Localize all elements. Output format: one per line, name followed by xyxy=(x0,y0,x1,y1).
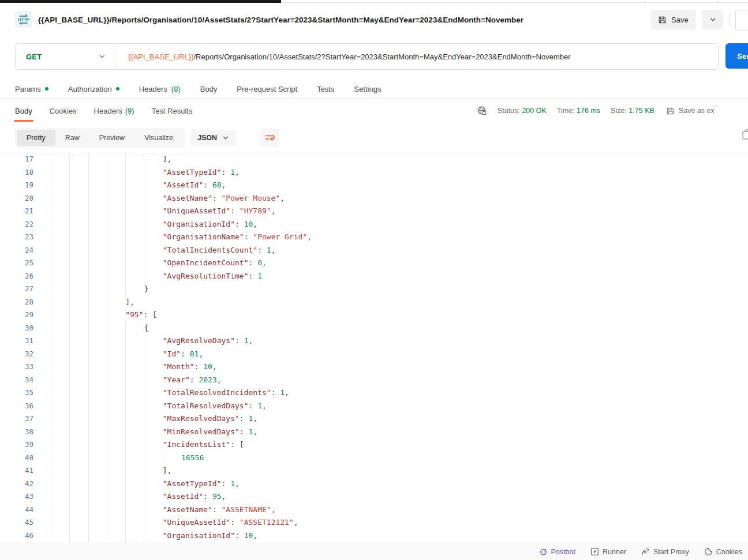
indent-guide xyxy=(51,166,69,179)
request-tab-headers[interactable]: Headers(8) xyxy=(139,85,181,93)
indent-guide xyxy=(69,309,88,322)
code-line: 39 "IncidentsList": [ xyxy=(0,438,748,452)
response-bar: BodyCookiesHeaders(9)Test Results Status… xyxy=(0,99,748,122)
indent-guide xyxy=(88,374,107,387)
indent-guide xyxy=(88,516,107,529)
indent-guide xyxy=(144,412,162,426)
share-button-partial[interactable] xyxy=(735,10,748,31)
indent-guide xyxy=(107,400,125,413)
response-tab-headers[interactable]: Headers(9) xyxy=(94,99,134,122)
indent-guide xyxy=(88,192,107,205)
indent-guide xyxy=(51,270,69,283)
save-options-button[interactable] xyxy=(702,10,723,29)
indent-guide xyxy=(51,503,69,517)
indent-guide xyxy=(88,478,107,491)
indent-guide xyxy=(51,205,69,218)
indent-guide xyxy=(125,231,144,244)
line-number: 46 xyxy=(0,529,33,543)
indent-guide xyxy=(88,400,107,413)
status-badge: Status: 200 OK xyxy=(498,107,547,115)
format-selector[interactable]: JSON xyxy=(190,130,236,146)
code-line: 45 "UniqueAssetId": "ASSET12121", xyxy=(0,516,748,529)
response-tab-test-results[interactable]: Test Results xyxy=(152,99,193,122)
request-tab-tests[interactable]: Tests xyxy=(317,85,334,93)
copy-icon[interactable] xyxy=(742,129,748,140)
view-mode-raw[interactable]: Raw xyxy=(55,130,89,146)
request-tab-authorization[interactable]: Authorization xyxy=(68,85,119,93)
cookies-button[interactable]: Cookies xyxy=(704,547,742,556)
code-line: 38 "MinResolvedDays": 1, xyxy=(0,426,748,439)
view-mode-pretty[interactable]: Pretty xyxy=(17,130,55,146)
view-mode-preview[interactable]: Preview xyxy=(89,130,134,146)
indent-guide xyxy=(88,179,107,192)
code-line: 24 "TotalIncidentsCount": 1, xyxy=(0,244,748,257)
method-selector[interactable]: GET xyxy=(16,44,115,69)
network-globe-lock-icon[interactable] xyxy=(477,106,487,116)
send-button[interactable]: Send xyxy=(725,43,748,69)
indent-guide xyxy=(88,257,107,270)
indent-guide xyxy=(125,244,144,257)
indent-guide xyxy=(69,283,88,296)
chevron-down-icon xyxy=(99,53,106,60)
indent-guide xyxy=(125,490,144,503)
line-number: 18 xyxy=(0,166,33,179)
indent-guide xyxy=(107,464,125,478)
indent-guide xyxy=(125,400,144,413)
indent-guide xyxy=(125,218,144,231)
save-as-example-button[interactable]: Save as ex xyxy=(666,107,715,115)
indent-guide xyxy=(144,179,162,192)
indent-guide xyxy=(107,529,125,543)
indent-guide xyxy=(125,153,144,166)
request-tab-params[interactable]: Params xyxy=(15,85,48,93)
code-line: 33 "Month": 10, xyxy=(0,360,748,374)
indent-guide xyxy=(144,516,162,529)
code-line: 40 16556 xyxy=(0,452,748,465)
start-proxy-button[interactable]: Start Proxy xyxy=(641,547,689,556)
indent-guide xyxy=(69,386,88,400)
indent-guide xyxy=(144,218,162,231)
line-number: 36 xyxy=(0,400,33,413)
postbot-button[interactable]: Postbot xyxy=(539,547,575,556)
indent-guide xyxy=(107,360,125,374)
response-tab-body[interactable]: Body xyxy=(15,99,32,122)
response-tab-cookies[interactable]: Cookies xyxy=(50,99,77,122)
code-line: 23 "OrganisationName": "Power Grid", xyxy=(0,231,748,244)
code-line: 29 "95": [ xyxy=(0,309,748,322)
footer-status-bar: Postbot Runner Start Proxy Cookies xyxy=(0,543,748,560)
indent-guide xyxy=(51,218,69,231)
runner-button[interactable]: Runner xyxy=(590,547,626,556)
indent-guide xyxy=(88,283,107,296)
save-button-label: Save xyxy=(671,16,689,24)
indent-guide xyxy=(107,438,125,452)
indent-guide xyxy=(88,503,107,517)
indent-guide xyxy=(69,205,88,218)
code-line: 28 ], xyxy=(0,296,748,309)
save-button[interactable]: Save xyxy=(651,10,695,29)
indent-guide xyxy=(125,270,144,283)
indent-guide xyxy=(69,426,88,439)
request-tab-settings[interactable]: Settings xyxy=(354,85,381,93)
indent-guide xyxy=(88,153,107,166)
view-mode-visualize[interactable]: Visualize xyxy=(134,130,183,146)
response-body-editor[interactable]: 17 ],18 "AssetTypeId": 1,19 "AssetId": 6… xyxy=(0,153,748,543)
line-number: 29 xyxy=(0,309,33,322)
indent-guide xyxy=(125,386,144,400)
line-number: 32 xyxy=(0,348,33,361)
request-tab-body[interactable]: Body xyxy=(200,85,218,93)
code-line: 25 "OpenIncidentCount": 0, xyxy=(0,257,748,270)
url-input[interactable]: {{API_BASE_URL}}/Reports/Organisation/10… xyxy=(115,44,718,69)
indent-guide xyxy=(51,412,69,426)
indent-guide xyxy=(107,244,125,257)
indent-guide xyxy=(125,374,144,387)
indent-guide xyxy=(51,374,69,387)
indent-guide xyxy=(88,464,107,478)
runner-icon xyxy=(590,547,599,556)
indent-guide xyxy=(88,231,107,244)
indent-guide xyxy=(107,516,125,529)
toolbar-divider xyxy=(729,14,730,25)
indent-guide xyxy=(107,386,125,400)
line-number: 24 xyxy=(0,244,33,257)
wrap-lines-button[interactable] xyxy=(260,129,279,147)
indent-guide xyxy=(51,438,69,452)
request-tab-pre-request-script[interactable]: Pre-request Script xyxy=(237,85,297,93)
